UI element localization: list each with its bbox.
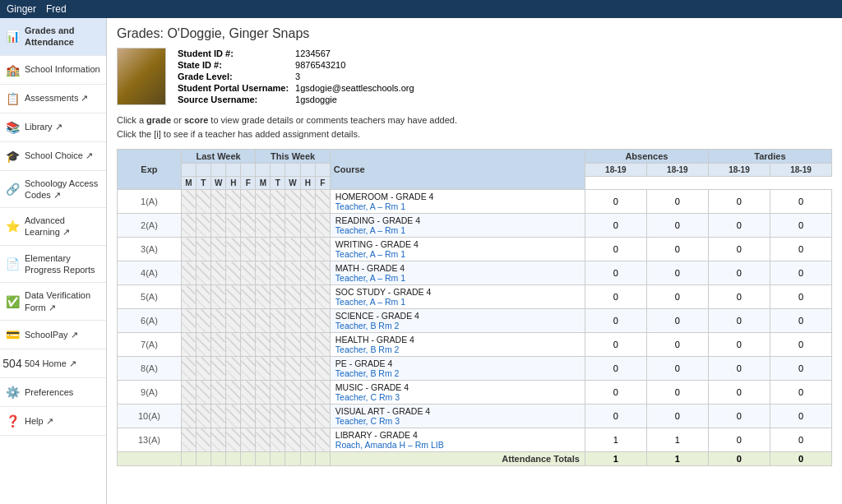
grade-cell-0-3[interactable] [226,190,241,214]
grade-cell-3-4[interactable] [241,261,256,285]
grade-cell-0-1[interactable] [196,190,210,214]
grade-cell-8-3[interactable] [226,381,241,405]
grade-cell-3-3[interactable] [226,261,241,285]
grade-cell-10-8[interactable] [300,428,315,452]
grade-cell-2-1[interactable] [196,238,210,261]
grade-cell-7-1[interactable] [196,357,210,381]
grade-cell-0-5[interactable] [256,190,271,214]
sidebar-item-504-home[interactable]: 504504 Home ↗ [0,349,106,378]
grade-cell-3-7[interactable] [285,261,300,285]
grade-cell-0-0[interactable] [181,190,196,214]
grade-cell-0-2[interactable] [210,190,225,214]
grade-cell-1-4[interactable] [241,214,256,238]
grade-cell-6-2[interactable] [210,333,225,357]
sidebar-item-schoolpay[interactable]: 💳SchoolPay ↗ [0,321,106,349]
sidebar-item-elementary-progress-reports[interactable]: 📄Elementary Progress Reports [0,246,106,284]
grade-cell-6-7[interactable] [285,333,300,357]
grade-cell-5-8[interactable] [300,309,315,333]
grade-cell-10-1[interactable] [196,428,210,452]
grade-cell-1-8[interactable] [300,214,315,238]
grade-cell-5-7[interactable] [285,309,300,333]
grade-cell-9-4[interactable] [241,405,256,428]
grade-cell-8-2[interactable] [210,381,225,405]
grade-cell-6-8[interactable] [300,333,315,357]
grade-cell-9-8[interactable] [300,405,315,428]
grade-cell-9-3[interactable] [226,405,241,428]
grade-cell-8-7[interactable] [285,381,300,405]
grade-cell-3-0[interactable] [181,261,196,285]
grade-cell-1-2[interactable] [210,214,225,238]
grade-cell-9-1[interactable] [196,405,210,428]
grade-cell-4-8[interactable] [300,285,315,309]
grade-cell-9-5[interactable] [256,405,271,428]
grade-cell-6-9[interactable] [315,333,330,357]
grade-cell-2-9[interactable] [315,238,330,261]
grade-cell-8-6[interactable] [271,381,285,405]
grade-cell-1-5[interactable] [256,214,271,238]
grade-cell-1-7[interactable] [285,214,300,238]
grade-cell-6-6[interactable] [271,333,285,357]
grade-cell-10-4[interactable] [241,428,256,452]
sidebar-item-data-verification-form[interactable]: ✅Data Verification Form ↗ [0,283,106,321]
grade-cell-7-3[interactable] [226,357,241,381]
sidebar-item-schoology-access-codes[interactable]: 🔗Schoology Access Codes ↗ [0,171,106,209]
grade-cell-8-4[interactable] [241,381,256,405]
grade-cell-4-5[interactable] [256,285,271,309]
grade-cell-7-7[interactable] [285,357,300,381]
grade-cell-6-0[interactable] [181,333,196,357]
sidebar-item-help[interactable]: ❓Help ↗ [0,407,106,436]
grade-cell-8-1[interactable] [196,381,210,405]
grade-cell-5-5[interactable] [256,309,271,333]
grade-cell-8-0[interactable] [181,381,196,405]
grade-cell-1-9[interactable] [315,214,330,238]
grade-cell-9-7[interactable] [285,405,300,428]
grade-cell-6-4[interactable] [241,333,256,357]
grade-cell-4-7[interactable] [285,285,300,309]
grade-cell-0-6[interactable] [271,190,285,214]
grade-cell-4-1[interactable] [196,285,210,309]
sidebar-item-preferences[interactable]: ⚙️Preferences [0,378,106,407]
grade-cell-9-2[interactable] [210,405,225,428]
grade-cell-3-5[interactable] [256,261,271,285]
grade-cell-5-1[interactable] [196,309,210,333]
grade-cell-9-6[interactable] [271,405,285,428]
grade-cell-5-3[interactable] [226,309,241,333]
grade-cell-4-2[interactable] [210,285,225,309]
grade-cell-7-5[interactable] [256,357,271,381]
grade-cell-7-6[interactable] [271,357,285,381]
grade-cell-0-9[interactable] [315,190,330,214]
grade-cell-3-1[interactable] [196,261,210,285]
grade-cell-6-3[interactable] [226,333,241,357]
grade-cell-0-7[interactable] [285,190,300,214]
grade-cell-5-0[interactable] [181,309,196,333]
user1-tab[interactable]: Ginger [7,3,36,15]
grade-cell-9-9[interactable] [315,405,330,428]
grade-cell-1-1[interactable] [196,214,210,238]
sidebar-item-school-information[interactable]: 🏫School Information [0,56,106,85]
grade-cell-4-9[interactable] [315,285,330,309]
grade-cell-10-3[interactable] [226,428,241,452]
sidebar-item-assessments[interactable]: 📋Assessments ↗ [0,85,106,113]
grade-cell-7-9[interactable] [315,357,330,381]
grade-cell-4-0[interactable] [181,285,196,309]
grade-cell-2-3[interactable] [226,238,241,261]
grade-cell-7-0[interactable] [181,357,196,381]
sidebar-item-library[interactable]: 📚Library ↗ [0,113,106,142]
grade-cell-4-6[interactable] [271,285,285,309]
sidebar-item-advanced-learning[interactable]: ⭐Advanced Learning ↗ [0,208,106,246]
grade-cell-2-7[interactable] [285,238,300,261]
grade-cell-2-2[interactable] [210,238,225,261]
grade-cell-6-1[interactable] [196,333,210,357]
grade-cell-7-2[interactable] [210,357,225,381]
grade-cell-7-4[interactable] [241,357,256,381]
grade-cell-5-9[interactable] [315,309,330,333]
grade-cell-2-5[interactable] [256,238,271,261]
grade-cell-3-6[interactable] [271,261,285,285]
grade-cell-1-0[interactable] [181,214,196,238]
grade-cell-10-0[interactable] [181,428,196,452]
grade-cell-2-0[interactable] [181,238,196,261]
grade-cell-8-9[interactable] [315,381,330,405]
sidebar-item-grades-attendance[interactable]: 📊Grades and Attendance [0,18,106,56]
grade-cell-1-3[interactable] [226,214,241,238]
grade-cell-3-2[interactable] [210,261,225,285]
